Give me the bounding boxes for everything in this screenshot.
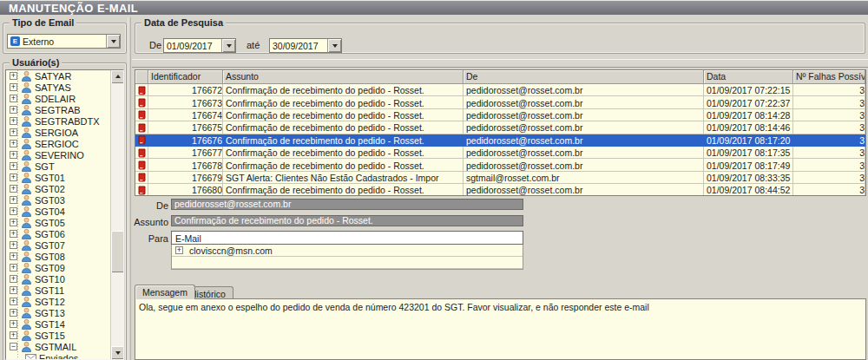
scroll-up-button[interactable] <box>111 70 124 83</box>
expand-icon[interactable]: + <box>10 309 17 317</box>
expand-icon[interactable]: + <box>10 151 17 159</box>
tab-mensagem[interactable]: Mensagem <box>135 285 195 299</box>
user-icon <box>21 70 32 82</box>
email-row[interactable]: 176680Confirmação de recebimento do pedi… <box>135 184 865 196</box>
email-row[interactable]: 176674Confirmação de recebimento do pedi… <box>135 109 865 121</box>
tree-item-user[interactable]: +SERGIOA <box>6 127 110 138</box>
tree-item-user[interactable]: +SEVERINO <box>6 149 110 160</box>
usuarios-label: Usuário(s) <box>10 57 62 68</box>
collapse-icon[interactable]: − <box>10 343 17 350</box>
column-header-identificador[interactable]: Identificador <box>148 70 223 84</box>
expand-icon[interactable]: + <box>10 286 17 294</box>
expand-icon[interactable]: + <box>10 72 17 80</box>
expand-icon[interactable]: + <box>10 230 17 238</box>
tree-item-user[interactable]: +SGT <box>6 160 110 172</box>
expand-icon[interactable]: + <box>10 298 17 305</box>
tree-item-user[interactable]: +SGT14 <box>6 318 110 330</box>
expand-icon[interactable]: + <box>10 83 17 91</box>
tree-item-label: SGTMAIL <box>35 342 76 352</box>
expand-icon[interactable]: + <box>10 117 17 125</box>
expand-icon[interactable]: + <box>10 320 17 328</box>
column-header-de[interactable]: De <box>464 70 704 84</box>
email-row[interactable]: 176676Confirmação de recebimento do pedi… <box>135 134 865 147</box>
expand-icon[interactable]: + <box>10 264 17 272</box>
column-header-assunto[interactable]: Assunto <box>223 70 464 84</box>
expand-icon[interactable]: + <box>10 185 17 193</box>
tree-item-user[interactable]: +SGT03 <box>6 194 110 206</box>
message-body[interactable]: Ola, segue em anexo o espelho do pedido … <box>135 298 866 360</box>
email-row[interactable]: 176673Confirmação de recebimento do pedi… <box>135 96 865 108</box>
expand-icon[interactable]: + <box>175 246 183 254</box>
tree-item-user[interactable]: +SGT07 <box>6 239 110 251</box>
expand-icon[interactable]: + <box>10 162 17 170</box>
tree-item-user[interactable]: +SATYAR <box>6 70 110 82</box>
email-row[interactable]: 176679SGT Alerta: Clientes Não Estão Cad… <box>135 172 865 184</box>
tree-item-user[interactable]: +SGT09 <box>6 262 110 273</box>
expand-icon[interactable]: + <box>10 252 17 260</box>
tree-item-user[interactable]: +SGT15 <box>6 330 110 341</box>
data-pesquisa-groupbox: Data de Pesquisa <box>135 23 865 54</box>
expand-icon[interactable]: + <box>10 106 17 114</box>
cell-de: sgtmail@rosset.com.br <box>464 172 704 184</box>
expand-icon[interactable]: + <box>10 173 17 181</box>
date-from-picker[interactable]: 01/09/2017 <box>163 38 236 53</box>
tree-scrollbar[interactable] <box>110 70 123 359</box>
tree-item-user[interactable]: +SGT02 <box>6 183 110 194</box>
tree-item-user[interactable]: +SGT05 <box>6 217 110 228</box>
status-column-header[interactable] <box>135 70 148 84</box>
panel-splitter[interactable] <box>128 17 131 360</box>
user-tree[interactable]: +SATYAR+SATYAS+SDELAIR+SEGTRAB+SEGTRABDT… <box>5 69 124 360</box>
tree-item-label: SGT <box>35 161 55 172</box>
date-to-picker[interactable]: 30/09/2017 <box>269 38 342 53</box>
recipient-row[interactable]: + clovisccn@msn.com <box>172 245 523 257</box>
cell-assunto: Confirmação de recebimento do pedido - R… <box>223 121 464 134</box>
tree-item-user[interactable]: +SGT08 <box>6 251 110 262</box>
scroll-down-button[interactable] <box>111 346 124 359</box>
tree-item-label: SGT13 <box>35 308 65 318</box>
tree-item-user[interactable]: +SERGIOC <box>6 138 110 149</box>
tipo-email-combobox[interactable]: E Externo <box>7 34 121 49</box>
tree-item-user[interactable]: +SEGTRAB <box>6 104 110 115</box>
email-row[interactable]: 176672Confirmação de recebimento do pedi… <box>135 84 865 96</box>
user-icon <box>21 82 32 93</box>
tree-item-user[interactable]: +SATYAS <box>6 82 110 93</box>
cell-de: pedidorosset@rosset.com.br <box>464 84 704 96</box>
tree-item-user[interactable]: −SGTMAIL <box>6 341 110 352</box>
expand-icon[interactable]: + <box>10 140 17 147</box>
tree-item-enviados[interactable]: Enviados <box>6 352 110 359</box>
tree-item-user[interactable]: +SGT12 <box>6 296 110 307</box>
tree-item-user[interactable]: +SEGTRABDTX <box>6 115 110 127</box>
expand-icon[interactable]: + <box>10 207 17 215</box>
expand-icon[interactable]: + <box>10 275 17 283</box>
scrollbar-thumb[interactable] <box>111 231 124 272</box>
column-header-data[interactable]: Data <box>704 70 793 84</box>
tree-item-user[interactable]: +SGT04 <box>6 206 110 217</box>
cell-assunto: Confirmação de recebimento do pedido - R… <box>223 184 464 196</box>
tree-item-user[interactable]: +SGT06 <box>6 228 110 239</box>
tree-item-user[interactable]: +SDELAIR <box>6 93 110 104</box>
recipient-row-empty[interactable] <box>172 257 523 269</box>
email-table[interactable]: Identificador Assunto De Data Nº Falhas … <box>135 69 866 196</box>
expand-icon[interactable]: + <box>10 128 17 136</box>
tree-item-user[interactable]: +SGT13 <box>6 307 110 318</box>
tipo-email-dropdown-button[interactable] <box>106 35 120 48</box>
expand-icon[interactable]: + <box>10 331 17 339</box>
tree-item-user[interactable]: +SGT10 <box>6 273 110 285</box>
email-row[interactable]: 176677Confirmação de recebimento do pedi… <box>135 147 865 159</box>
user-icon <box>21 307 32 318</box>
date-to-dropdown-button[interactable] <box>327 39 341 52</box>
expand-icon[interactable]: + <box>10 241 17 249</box>
date-from-dropdown-button[interactable] <box>221 39 235 52</box>
tree-item-label: SGT03 <box>35 195 65 206</box>
expand-icon[interactable]: + <box>10 196 17 204</box>
email-row[interactable]: 176675Confirmação de recebimento do pedi… <box>135 121 865 134</box>
column-header-falhas[interactable]: Nº Falhas Possível <box>793 70 865 84</box>
para-recipient-list[interactable]: + clovisccn@msn.com <box>171 245 523 270</box>
expand-icon[interactable]: + <box>10 95 17 102</box>
email-row[interactable]: 176678Confirmação de recebimento do pedi… <box>135 159 865 171</box>
cell-de: pedidorosset@rosset.com.br <box>464 184 704 196</box>
cell-assunto: Confirmação de recebimento do pedido - R… <box>223 147 464 159</box>
tree-item-user[interactable]: +SGT11 <box>6 285 110 296</box>
tree-item-user[interactable]: +SGT01 <box>6 172 110 183</box>
expand-icon[interactable]: + <box>10 219 17 226</box>
